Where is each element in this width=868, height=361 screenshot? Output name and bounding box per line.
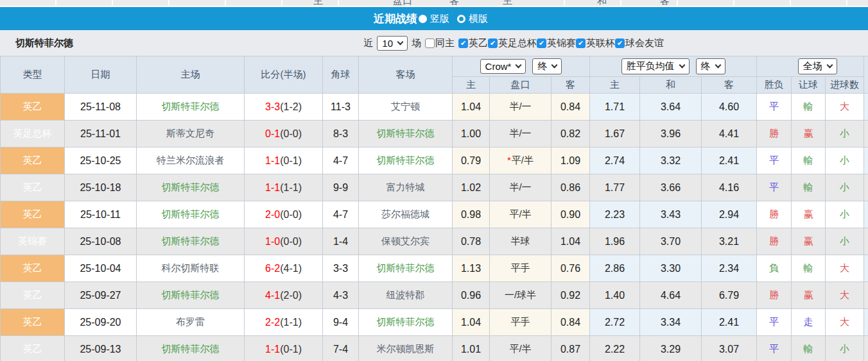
table-row: 英乙25-10-04科尔切斯特联6-2(4-1)3-3切斯特菲尔德1.13平手0… [1,255,868,282]
cropped-column-cell [864,94,868,121]
handicap-line: 半/一 [490,94,551,121]
scope-select-value: 全场 [803,60,822,72]
section-title-bar: 近期战绩 竖版 横版 [0,7,868,30]
league-checkbox[interactable]: ✔ [488,38,498,48]
cropped-column-cell [864,255,868,282]
mean-away: 4.60 [702,94,757,121]
score: 1-1(0-1) [245,147,323,174]
score: 2-0(0-0) [245,201,323,228]
same-home-label[interactable]: 同主 [435,37,455,49]
league-badge: 英乙 [1,282,65,309]
results-table: 类型 日期 主场 比分(半场) 角球 客场 Crow* 终 [0,56,868,361]
home-team: 切斯特菲尔德 [137,228,245,255]
league-checkbox-label[interactable]: 英足总杯 [498,37,537,49]
score: 6-2(4-1) [245,255,323,282]
mean-draw: 3.64 [640,94,702,121]
corner-score: 9-9 [323,174,359,201]
away-team: 保顿艾尔宾 [359,228,453,255]
mean-away: 3.07 [702,336,757,361]
mean-away: 6.79 [702,282,757,309]
score: 1-1(1-1) [245,174,323,201]
score: 1-1(0-1) [245,336,323,361]
cropped-column-cell [864,147,868,174]
score: 2-2(1-1) [245,309,323,336]
handicap-line: 半/一 [490,121,551,147]
scope-select[interactable]: 全场 [798,58,837,74]
odds-home: 1.04 [453,94,490,121]
mean-home: 1.71 [590,94,640,121]
layout-radio-vertical[interactable] [419,15,427,23]
league-checkbox[interactable]: ✔ [458,38,468,48]
mean-draw: 4.64 [640,282,702,309]
goals-mark: 小 [826,336,864,361]
bookmaker-select-value: Crow* [485,61,512,72]
odds-away: 0.84 [551,309,590,336]
mean-group-header: 胜平负均值 终 [590,56,757,77]
league-checkbox[interactable]: ✔ [576,38,586,48]
match-date: 25-09-27 [65,282,137,309]
goals-mark: 小 [826,228,864,255]
chevron-down-icon [516,62,522,69]
mean-type-select-value: 胜平负均值 [627,60,675,72]
layout-radio-horizontal-label[interactable]: 横版 [469,13,488,25]
odds-away: 0.86 [551,174,590,201]
cropped-column-cell [864,309,868,336]
home-team: 切斯特菲尔德 [137,94,245,121]
league-checkbox-label[interactable]: 英乙 [469,37,488,49]
layout-radio-horizontal[interactable] [457,15,465,23]
home-team: 切斯特菲尔德 [137,336,245,361]
league-badge: 英乙 [1,309,65,336]
result-mark: 勝 [757,201,792,228]
odds-time-select[interactable]: 终 [532,58,562,74]
mean-draw: 3.96 [640,121,702,147]
filter-controls: 近 10 场 同主 ✔英乙✔英足总杯✔英锦赛✔英联杯✔球会友谊 [363,36,664,51]
home-team: 特兰米尔流浪者 [137,147,245,174]
layout-radio-vertical-label[interactable]: 竖版 [430,13,449,25]
mean-home: 1.96 [590,228,640,255]
corner-score: 4-7 [323,147,359,174]
handicap-line: 平/半 [490,336,551,361]
result-mark: 平 [757,336,792,361]
league-badge: 英乙 [1,336,65,361]
chevron-down-icon [715,62,721,69]
league-badge: 英乙 [1,147,65,174]
mean-time-select[interactable]: 终 [696,58,725,74]
filter-bar: 切斯特菲尔德 近 10 场 同主 ✔英乙✔英足总杯✔英锦赛✔英联杯✔球会友谊 [0,30,868,56]
odds-away: 1.09 [551,147,590,174]
mean-type-select[interactable]: 胜平负均值 [621,58,690,74]
table-row: 英足总杯25-11-01斯蒂文尼奇0-1(0-0)8-3切斯特菲尔德1.00半/… [1,121,868,147]
mean-draw: 3.43 [640,201,702,228]
league-checkbox-label[interactable]: 英锦赛 [547,37,576,49]
mean-draw: 3.32 [640,147,702,174]
cropped-column [864,56,868,94]
league-checkbox-label[interactable]: 英联杯 [586,37,615,49]
match-date: 25-10-25 [65,147,137,174]
odds-away: 0.90 [551,201,590,228]
mean-home: 1.40 [590,282,640,309]
mean-draw: 3.29 [640,336,702,361]
away-team: 切斯特菲尔德 [359,309,453,336]
mean-home: 1.77 [590,174,640,201]
league-checkbox[interactable]: ✔ [537,38,546,48]
handicap-line: 平手 [490,255,551,282]
league-checkbox-label[interactable]: 球会友谊 [625,37,664,49]
mean-home: 2.23 [590,201,640,228]
header-result: 胜负 [757,77,792,94]
same-home-checkbox[interactable] [425,38,435,48]
cropped-label: 主 [313,0,323,7]
handicap-mark: 赢 [792,282,826,309]
table-row: 英乙25-10-18切斯特菲尔德1-1(1-1)9-9富力特城1.02半/一0.… [1,174,868,201]
league-checkbox[interactable]: ✔ [615,38,625,48]
match-date: 25-11-01 [65,121,137,147]
header-mean-draw: 和 [640,77,702,94]
match-date: 25-10-04 [65,255,137,282]
odds-home: 1.02 [453,174,490,201]
corner-score: 8-3 [323,121,359,147]
match-count-select[interactable]: 10 [377,36,408,51]
bookmaker-select[interactable]: Crow* [480,59,526,74]
cropped-column-cell [864,121,868,147]
handicap-line: 半球 [490,228,551,255]
section-title: 近期战绩 [374,12,417,26]
odds-home: 1.13 [453,255,490,282]
home-team: 斯蒂文尼奇 [137,121,245,147]
